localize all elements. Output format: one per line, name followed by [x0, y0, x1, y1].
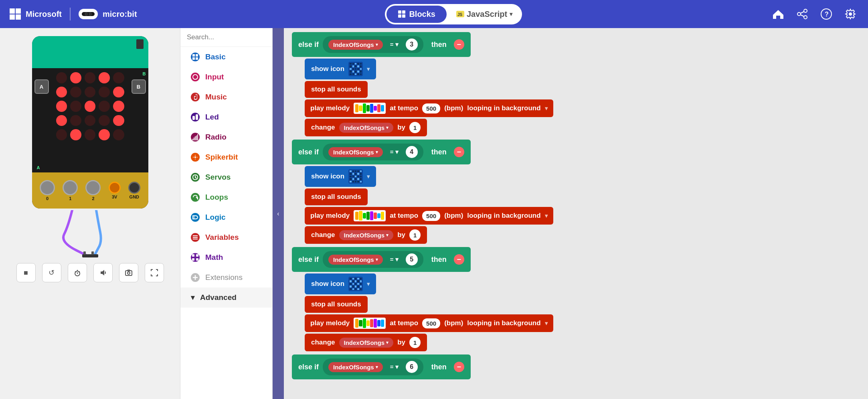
sidebar-item-radio[interactable]: Radio	[180, 127, 272, 147]
sidebar-item-led[interactable]: Led	[180, 107, 272, 127]
icon-dropdown-arrow-4[interactable]: ▾	[367, 173, 370, 180]
pixel	[357, 283, 359, 285]
workspace[interactable]: else if IndexOfSongs ▾ = ▾ 3	[284, 28, 868, 399]
restart-button[interactable]: ↺	[42, 263, 61, 282]
screenshot-button[interactable]	[119, 263, 138, 282]
var-pill-6[interactable]: IndexOfSongs ▾	[328, 362, 383, 372]
play-melody-block-4[interactable]: play melody at tempo	[305, 207, 553, 225]
var-pill-3[interactable]: IndexOfSongs ▾	[328, 40, 383, 50]
js-dropdown-arrow: ▾	[510, 11, 512, 17]
remove-btn-3[interactable]: −	[454, 39, 464, 50]
sidebar-item-extensions[interactable]: Extensions	[180, 267, 272, 288]
change-val-3[interactable]: 1	[409, 122, 421, 133]
looping-dropdown-4[interactable]: ▾	[545, 213, 548, 219]
change-val-5[interactable]: 1	[409, 337, 421, 348]
svg-text:?: ?	[825, 11, 829, 18]
num-circle-6[interactable]: 6	[406, 361, 418, 373]
sidebar-item-logic[interactable]: Logic	[180, 207, 272, 227]
sidebar-item-servos[interactable]: Servos	[180, 167, 272, 187]
change-var-pill-5[interactable]: IndexOfSongs ▾	[339, 338, 394, 348]
remove-btn-4[interactable]: −	[454, 147, 464, 157]
sidebar-item-loops[interactable]: Loops	[180, 187, 272, 207]
remove-btn-5[interactable]: −	[454, 254, 464, 265]
change-var-pill-4[interactable]: IndexOfSongs ▾	[339, 230, 394, 240]
change-var-dropdown-5[interactable]: ▾	[386, 340, 388, 345]
sidebar-item-variables[interactable]: Variables	[180, 227, 272, 247]
help-button[interactable]: ?	[818, 6, 834, 22]
logic-label: Logic	[205, 213, 226, 222]
led-dot	[70, 115, 81, 126]
share-button[interactable]	[794, 6, 810, 22]
button-b[interactable]: B	[132, 79, 146, 94]
var-pill-5[interactable]: IndexOfSongs ▾	[328, 255, 383, 265]
var-dropdown-arrow-5[interactable]: ▾	[376, 257, 378, 262]
change-block-3[interactable]: change IndexOfSongs ▾ by 1	[305, 119, 427, 136]
sidebar-item-advanced[interactable]: ▾ Advanced	[180, 288, 272, 308]
debug-button[interactable]	[68, 263, 87, 282]
change-var-dropdown-4[interactable]: ▾	[386, 233, 388, 238]
show-icon-block-4[interactable]: show icon	[305, 166, 376, 187]
led-grid	[56, 72, 124, 140]
blocks-tab[interactable]: Blocks	[386, 6, 447, 23]
op-pill-6[interactable]: = ▾	[386, 362, 403, 372]
play-melody-block-3[interactable]: play melody at tempo	[305, 99, 553, 117]
led-dot	[113, 87, 124, 98]
collapse-arrow-icon: ‹	[277, 210, 279, 217]
sidebar-item-math[interactable]: Math	[180, 247, 272, 267]
sidebar-item-spikerbit[interactable]: Spikerbit	[180, 147, 272, 167]
var-dropdown-arrow-4[interactable]: ▾	[376, 150, 378, 155]
pixel	[355, 68, 356, 70]
stop-sounds-block-3[interactable]: stop all sounds	[305, 81, 368, 98]
settings-button[interactable]	[842, 6, 858, 22]
show-icon-block-3[interactable]: show icon	[305, 59, 376, 79]
remove-btn-6[interactable]: −	[454, 362, 464, 372]
looping-dropdown-3[interactable]: ▾	[545, 105, 548, 111]
sidebar-item-input[interactable]: Input	[180, 67, 272, 87]
led-icon	[191, 113, 200, 122]
tempo-pill-3[interactable]: 500	[422, 103, 440, 113]
pixel	[355, 286, 356, 287]
svg-rect-53	[196, 254, 198, 257]
num-circle-5[interactable]: 5	[406, 253, 418, 265]
op-pill-3[interactable]: = ▾	[386, 39, 403, 50]
home-button[interactable]	[770, 6, 786, 22]
sidebar-item-basic[interactable]: Basic	[180, 47, 272, 67]
elseif-block-4[interactable]: else if IndexOfSongs ▾ = ▾ 4	[292, 140, 471, 164]
svg-point-8	[89, 13, 91, 15]
var-dropdown-arrow-3[interactable]: ▾	[376, 42, 378, 47]
fullscreen-button[interactable]	[145, 263, 164, 282]
change-var-pill-3[interactable]: IndexOfSongs ▾	[339, 123, 394, 133]
elseif-block-3[interactable]: else if IndexOfSongs ▾ = ▾ 3	[292, 32, 471, 57]
elseif-block-6[interactable]: else if IndexOfSongs ▾ = ▾ 6	[292, 354, 471, 379]
sidebar-item-music[interactable]: Music	[180, 87, 272, 107]
show-icon-block-5[interactable]: show icon	[305, 273, 376, 294]
blocks-palette: 🔍 Basic Input Music	[180, 28, 273, 399]
javascript-tab[interactable]: JS JavaScript ▾	[448, 6, 520, 23]
change-var-dropdown-3[interactable]: ▾	[386, 125, 388, 130]
tempo-pill-4[interactable]: 500	[422, 211, 440, 221]
icon-dropdown-arrow-3[interactable]: ▾	[367, 66, 370, 72]
stop-sounds-block-4[interactable]: stop all sounds	[305, 188, 368, 205]
change-val-4[interactable]: 1	[409, 229, 421, 241]
var-pill-4[interactable]: IndexOfSongs ▾	[328, 147, 383, 157]
num-circle-4[interactable]: 4	[406, 146, 418, 158]
op-pill-4[interactable]: = ▾	[386, 147, 403, 157]
search-input[interactable]	[187, 33, 272, 41]
sound-button[interactable]	[93, 263, 113, 282]
elseif-label-5: else if	[298, 255, 319, 264]
num-circle-3[interactable]: 3	[406, 38, 418, 51]
change-block-4[interactable]: change IndexOfSongs ▾ by 1	[305, 226, 427, 244]
icon-dropdown-arrow-5[interactable]: ▾	[367, 281, 370, 287]
stop-button[interactable]: ■	[16, 263, 36, 282]
op-pill-5[interactable]: = ▾	[386, 254, 403, 265]
palette-collapse-handle[interactable]: ‹	[273, 28, 284, 399]
change-block-5[interactable]: change IndexOfSongs ▾ by 1	[305, 334, 427, 351]
elseif-block-5[interactable]: else if IndexOfSongs ▾ = ▾ 5	[292, 247, 471, 272]
play-melody-block-5[interactable]: play melody at tempo	[305, 314, 553, 332]
looping-dropdown-5[interactable]: ▾	[545, 320, 548, 326]
var-dropdown-arrow-6[interactable]: ▾	[376, 365, 378, 370]
button-a[interactable]: A	[34, 79, 49, 94]
stop-sounds-block-5[interactable]: stop all sounds	[305, 296, 368, 313]
tempo-pill-5[interactable]: 500	[422, 318, 440, 328]
note-bar	[370, 319, 373, 327]
